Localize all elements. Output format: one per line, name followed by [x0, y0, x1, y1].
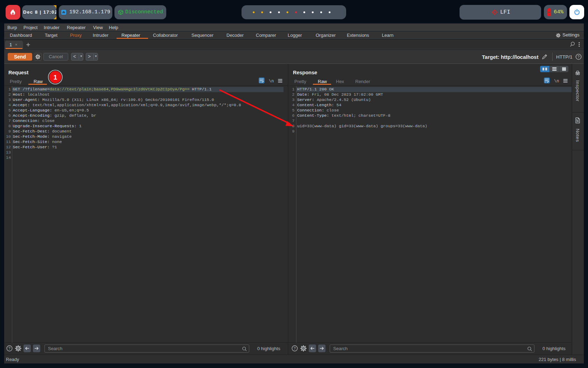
svg-text:?: ? — [8, 346, 10, 350]
svg-text:?: ? — [294, 346, 296, 350]
svg-text:?: ? — [578, 55, 580, 59]
